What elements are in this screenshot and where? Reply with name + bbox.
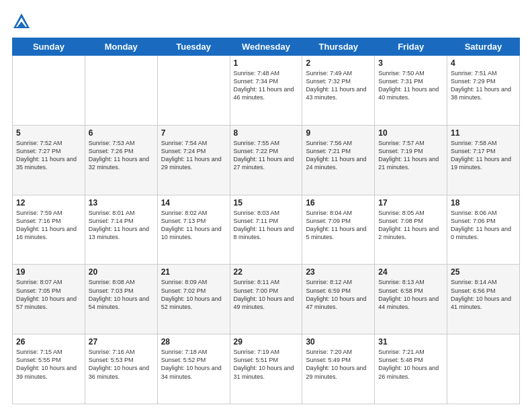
day-cell: 4Sunrise: 7:51 AM Sunset: 7:29 PM Daylig… <box>447 56 520 126</box>
day-number: 18 <box>451 198 516 208</box>
day-cell: 12Sunrise: 7:59 AM Sunset: 7:16 PM Dayli… <box>13 195 85 265</box>
week-row-1: 1Sunrise: 7:48 AM Sunset: 7:34 PM Daylig… <box>13 56 520 126</box>
day-cell: 3Sunrise: 7:50 AM Sunset: 7:31 PM Daylig… <box>375 56 447 126</box>
day-info: Sunrise: 8:02 AM Sunset: 7:13 PM Dayligh… <box>161 209 226 242</box>
day-info: Sunrise: 7:16 AM Sunset: 5:53 PM Dayligh… <box>89 348 154 381</box>
day-info: Sunrise: 7:19 AM Sunset: 5:51 PM Dayligh… <box>234 348 299 381</box>
day-number: 24 <box>378 267 443 277</box>
day-info: Sunrise: 8:03 AM Sunset: 7:11 PM Dayligh… <box>234 209 299 242</box>
day-cell: 6Sunrise: 7:53 AM Sunset: 7:26 PM Daylig… <box>85 125 157 195</box>
day-info: Sunrise: 7:57 AM Sunset: 7:19 PM Dayligh… <box>378 139 443 172</box>
day-cell: 5Sunrise: 7:52 AM Sunset: 7:27 PM Daylig… <box>13 125 85 195</box>
day-cell: 28Sunrise: 7:18 AM Sunset: 5:52 PM Dayli… <box>157 334 230 404</box>
day-number: 7 <box>161 128 226 138</box>
day-info: Sunrise: 7:58 AM Sunset: 7:17 PM Dayligh… <box>451 139 516 172</box>
day-cell: 10Sunrise: 7:57 AM Sunset: 7:19 PM Dayli… <box>375 125 447 195</box>
day-number: 20 <box>89 267 154 277</box>
day-info: Sunrise: 7:56 AM Sunset: 7:21 PM Dayligh… <box>306 139 371 172</box>
day-cell: 13Sunrise: 8:01 AM Sunset: 7:14 PM Dayli… <box>85 195 157 265</box>
day-info: Sunrise: 8:01 AM Sunset: 7:14 PM Dayligh… <box>89 209 154 242</box>
header <box>12 12 520 31</box>
day-info: Sunrise: 7:50 AM Sunset: 7:31 PM Dayligh… <box>378 69 443 102</box>
day-cell <box>85 56 157 126</box>
weekday-monday: Monday <box>85 38 157 56</box>
day-cell: 17Sunrise: 8:05 AM Sunset: 7:08 PM Dayli… <box>375 195 447 265</box>
day-number: 30 <box>306 337 371 347</box>
day-number: 17 <box>378 198 443 208</box>
day-info: Sunrise: 8:04 AM Sunset: 7:09 PM Dayligh… <box>306 209 371 242</box>
day-number: 23 <box>306 267 371 277</box>
day-number: 6 <box>89 128 154 138</box>
day-info: Sunrise: 8:12 AM Sunset: 6:59 PM Dayligh… <box>306 278 371 311</box>
day-number: 31 <box>378 337 443 347</box>
page: SundayMondayTuesdayWednesdayThursdayFrid… <box>0 0 532 411</box>
day-cell: 26Sunrise: 7:15 AM Sunset: 5:55 PM Dayli… <box>13 334 85 404</box>
day-cell: 16Sunrise: 8:04 AM Sunset: 7:09 PM Dayli… <box>302 195 375 265</box>
weekday-thursday: Thursday <box>302 38 375 56</box>
day-info: Sunrise: 8:13 AM Sunset: 6:58 PM Dayligh… <box>378 278 443 311</box>
day-info: Sunrise: 7:48 AM Sunset: 7:34 PM Dayligh… <box>234 69 299 102</box>
week-row-2: 5Sunrise: 7:52 AM Sunset: 7:27 PM Daylig… <box>13 125 520 195</box>
day-info: Sunrise: 7:21 AM Sunset: 5:48 PM Dayligh… <box>378 348 443 381</box>
day-cell: 11Sunrise: 7:58 AM Sunset: 7:17 PM Dayli… <box>447 125 520 195</box>
day-number: 27 <box>89 337 154 347</box>
day-number: 3 <box>378 58 443 68</box>
day-number: 12 <box>16 198 81 208</box>
day-number: 14 <box>161 198 226 208</box>
day-number: 11 <box>451 128 516 138</box>
week-row-5: 26Sunrise: 7:15 AM Sunset: 5:55 PM Dayli… <box>13 334 520 404</box>
day-info: Sunrise: 7:54 AM Sunset: 7:24 PM Dayligh… <box>161 139 226 172</box>
day-cell <box>447 334 520 404</box>
day-info: Sunrise: 8:07 AM Sunset: 7:05 PM Dayligh… <box>16 278 81 311</box>
weekday-tuesday: Tuesday <box>157 38 230 56</box>
day-info: Sunrise: 7:55 AM Sunset: 7:22 PM Dayligh… <box>234 139 299 172</box>
day-number: 22 <box>234 267 299 277</box>
day-number: 13 <box>89 198 154 208</box>
day-cell: 21Sunrise: 8:09 AM Sunset: 7:02 PM Dayli… <box>157 265 230 334</box>
day-info: Sunrise: 7:52 AM Sunset: 7:27 PM Dayligh… <box>16 139 81 172</box>
day-number: 1 <box>234 58 299 68</box>
day-info: Sunrise: 7:59 AM Sunset: 7:16 PM Dayligh… <box>16 209 81 242</box>
day-cell: 15Sunrise: 8:03 AM Sunset: 7:11 PM Dayli… <box>230 195 302 265</box>
day-number: 15 <box>234 198 299 208</box>
day-number: 16 <box>306 198 371 208</box>
day-number: 26 <box>16 337 81 347</box>
day-number: 28 <box>161 337 226 347</box>
day-info: Sunrise: 7:20 AM Sunset: 5:49 PM Dayligh… <box>306 348 371 381</box>
day-info: Sunrise: 7:53 AM Sunset: 7:26 PM Dayligh… <box>89 139 154 172</box>
day-cell: 27Sunrise: 7:16 AM Sunset: 5:53 PM Dayli… <box>85 334 157 404</box>
day-info: Sunrise: 8:08 AM Sunset: 7:03 PM Dayligh… <box>89 278 154 311</box>
calendar-table: SundayMondayTuesdayWednesdayThursdayFrid… <box>12 38 520 404</box>
day-number: 10 <box>378 128 443 138</box>
day-info: Sunrise: 7:49 AM Sunset: 7:32 PM Dayligh… <box>306 69 371 102</box>
day-cell: 1Sunrise: 7:48 AM Sunset: 7:34 PM Daylig… <box>230 56 302 126</box>
day-cell <box>13 56 85 126</box>
week-row-3: 12Sunrise: 7:59 AM Sunset: 7:16 PM Dayli… <box>13 195 520 265</box>
day-cell: 29Sunrise: 7:19 AM Sunset: 5:51 PM Dayli… <box>230 334 302 404</box>
day-number: 5 <box>16 128 81 138</box>
day-cell: 31Sunrise: 7:21 AM Sunset: 5:48 PM Dayli… <box>375 334 447 404</box>
day-cell: 20Sunrise: 8:08 AM Sunset: 7:03 PM Dayli… <box>85 265 157 334</box>
weekday-friday: Friday <box>375 38 447 56</box>
weekday-saturday: Saturday <box>447 38 520 56</box>
day-info: Sunrise: 8:11 AM Sunset: 7:00 PM Dayligh… <box>234 278 299 311</box>
day-number: 9 <box>306 128 371 138</box>
day-info: Sunrise: 8:09 AM Sunset: 7:02 PM Dayligh… <box>161 278 226 311</box>
weekday-header-row: SundayMondayTuesdayWednesdayThursdayFrid… <box>13 38 520 56</box>
day-cell: 30Sunrise: 7:20 AM Sunset: 5:49 PM Dayli… <box>302 334 375 404</box>
day-info: Sunrise: 7:15 AM Sunset: 5:55 PM Dayligh… <box>16 348 81 381</box>
weekday-wednesday: Wednesday <box>230 38 302 56</box>
day-cell <box>157 56 230 126</box>
day-info: Sunrise: 8:14 AM Sunset: 6:56 PM Dayligh… <box>451 278 516 311</box>
day-cell: 25Sunrise: 8:14 AM Sunset: 6:56 PM Dayli… <box>447 265 520 334</box>
day-cell: 2Sunrise: 7:49 AM Sunset: 7:32 PM Daylig… <box>302 56 375 126</box>
day-number: 21 <box>161 267 226 277</box>
logo-icon <box>12 12 31 31</box>
week-row-4: 19Sunrise: 8:07 AM Sunset: 7:05 PM Dayli… <box>13 265 520 334</box>
day-cell: 19Sunrise: 8:07 AM Sunset: 7:05 PM Dayli… <box>13 265 85 334</box>
day-number: 8 <box>234 128 299 138</box>
day-cell: 14Sunrise: 8:02 AM Sunset: 7:13 PM Dayli… <box>157 195 230 265</box>
logo <box>12 12 34 31</box>
day-cell: 8Sunrise: 7:55 AM Sunset: 7:22 PM Daylig… <box>230 125 302 195</box>
weekday-sunday: Sunday <box>13 38 85 56</box>
